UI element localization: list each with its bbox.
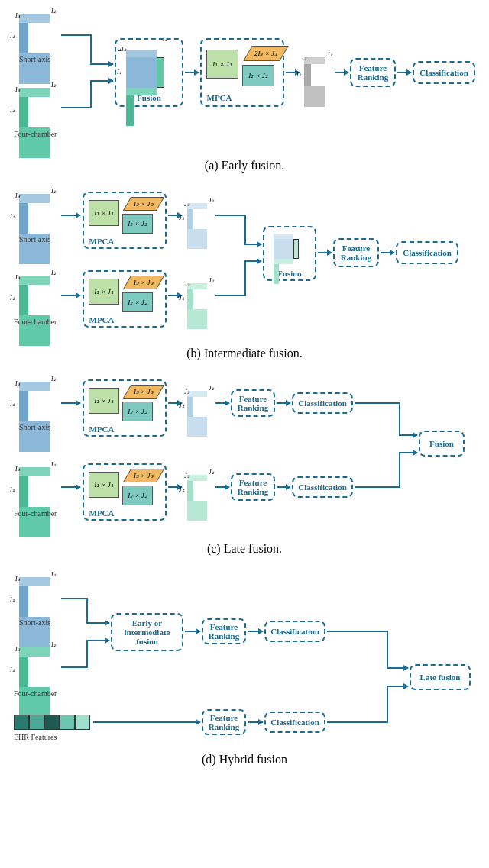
output-cube: J₁ J₃ J₂: [304, 57, 325, 107]
panel-early-fusion: I₁ I₃ I₂ Short-axis I₁ I₃ I₂ Four-chambe…: [8, 8, 481, 173]
late-fusion-box: Late fusion: [410, 664, 471, 690]
feature-ranking-box-b: Feature Ranking: [333, 238, 379, 267]
short-axis-cube-b: I₁ I₃ I₂: [19, 194, 50, 264]
panel-intermediate-fusion: I₁ I₃ I₂ Short-axis I₁ I₃ I₂ Four-chambe…: [8, 188, 481, 360]
classification-box-b: Classification: [396, 241, 458, 264]
ehr-label: EHR Features: [14, 733, 57, 741]
four-chamber-cube-c: I₁ I₃ I₂: [19, 467, 50, 537]
proj-i2j2: I₂ × J₂: [242, 65, 274, 86]
panel-hybrid-fusion: I₁ I₃ I₂ Short-axis I₁ I₃ I₂ Four-chambe…: [8, 571, 481, 766]
four-chamber-cube: I₁ I₃ I₂: [19, 88, 50, 158]
fused-cube: I₁ 2I₃ I₂: [126, 50, 157, 126]
early-intermediate-fusion-box: Early or intermediate fusion: [111, 613, 183, 651]
caption-b: (b) Intermediate fusion.: [8, 347, 481, 360]
feature-ranking-box: Feature Ranking: [350, 58, 396, 87]
short-axis-label: Short-axis: [19, 55, 50, 63]
out-cube-top: J₁ J₃ J₂: [187, 203, 207, 249]
ehr-features-strip: [14, 715, 90, 730]
four-chamber-label: Four-chamber: [14, 130, 57, 138]
short-axis-cube: I₁ I₃ I₂: [19, 14, 50, 84]
caption-a: (a) Early fusion.: [8, 159, 481, 173]
short-axis-cube-c: I₁ I₃ I₂: [19, 382, 50, 452]
fusion-box-c: Fusion: [419, 431, 465, 457]
four-chamber-cube-b: I₁ I₃ I₂: [19, 276, 50, 346]
caption-d: (d) Hybrid fusion: [8, 753, 481, 766]
caption-c: (c) Late fusion.: [8, 542, 481, 556]
panel-late-fusion: I₁ I₃ I₂ Short-axis I₁ I₃ I₂ Four-chambe…: [8, 376, 481, 556]
fused-cube-b: [274, 234, 293, 284]
out-cube-bottom: J₁ J₃ J₂: [187, 283, 207, 329]
proj-i1j1: I₁ × J₁: [206, 50, 238, 79]
classification-box: Classification: [413, 61, 475, 84]
